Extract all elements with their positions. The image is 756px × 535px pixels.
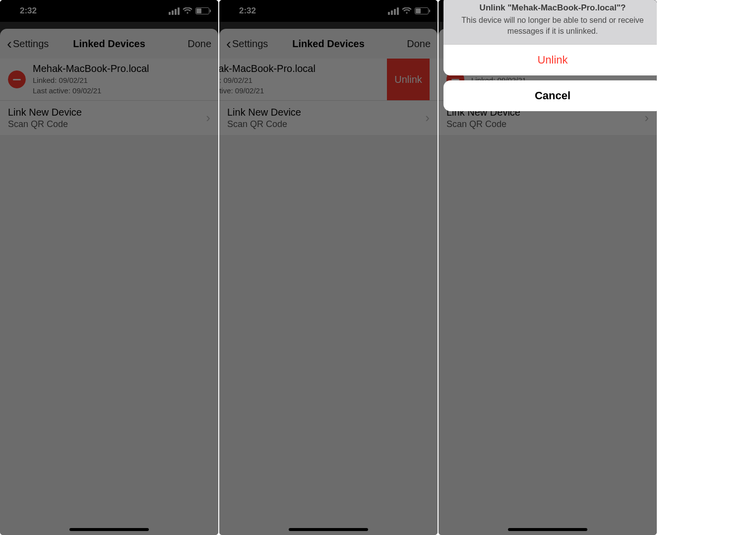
device-last-active: t active: 09/02/21: [219, 86, 387, 96]
nav-bar: ‹ Settings Linked Devices Done: [0, 29, 218, 59]
link-new-device-row[interactable]: Link New Device Scan QR Code ›: [219, 100, 438, 135]
action-sheet-subtitle: This device will no longer be able to se…: [452, 15, 653, 36]
cancel-button[interactable]: Cancel: [443, 80, 657, 111]
done-button[interactable]: Done: [407, 38, 431, 50]
minus-icon: [13, 79, 21, 80]
link-new-title: Link New Device: [8, 107, 82, 118]
link-new-subtitle: Scan QR Code: [8, 119, 82, 130]
phone-screen-3: 2:33 ‹ Settings Linked Devices Done: [439, 0, 657, 535]
device-info: ehak-MacBook-Pro.local ked: 09/02/21 t a…: [219, 63, 387, 96]
nav-bar: ‹ Settings Linked Devices Done: [219, 29, 438, 59]
linked-device-row[interactable]: ehak-MacBook-Pro.local ked: 09/02/21 t a…: [219, 59, 438, 100]
action-sheet-header: Unlink "Mehak-MacBook-Pro.local"? This d…: [443, 0, 657, 44]
link-new-title: Link New Device: [227, 107, 301, 118]
phone-screen-1: 2:32 ‹ Settings Linked Devices Done: [0, 0, 218, 535]
link-new-device-row[interactable]: Link New Device Scan QR Code ›: [0, 100, 218, 135]
unlink-confirm-button[interactable]: Unlink: [443, 44, 657, 75]
home-indicator[interactable]: [69, 528, 149, 531]
home-indicator[interactable]: [508, 528, 587, 531]
wifi-icon: [183, 7, 192, 14]
chevron-left-icon: ‹: [226, 36, 231, 51]
status-bar: 2:32: [0, 0, 218, 22]
battery-icon: [415, 7, 429, 14]
unlink-swipe-button[interactable]: Unlink: [387, 59, 430, 100]
linked-device-row[interactable]: Mehak-MacBook-Pro.local Linked: 09/02/21…: [0, 59, 218, 100]
action-sheet-card: Unlink "Mehak-MacBook-Pro.local"? This d…: [443, 0, 657, 75]
link-new-subtitle: Scan QR Code: [227, 119, 301, 130]
device-name: Mehak-MacBook-Pro.local: [33, 63, 210, 74]
device-info: Mehak-MacBook-Pro.local Linked: 09/02/21…: [33, 63, 210, 96]
phone-screen-2: 2:32 ‹ Settings Linked Devices Done ehak…: [219, 0, 438, 535]
device-name: ehak-MacBook-Pro.local: [219, 63, 387, 74]
chevron-right-icon: ›: [644, 110, 649, 126]
home-indicator[interactable]: [289, 528, 368, 531]
chevron-right-icon: ›: [425, 110, 430, 126]
device-linked-date: ked: 09/02/21: [219, 75, 387, 85]
delete-device-button[interactable]: [8, 70, 26, 88]
device-last-active: Last active: 09/02/21: [33, 86, 210, 96]
battery-icon: [195, 7, 209, 14]
content-area: Mehak-MacBook-Pro.local Linked: 09/02/21…: [0, 59, 218, 535]
chevron-left-icon: ‹: [7, 36, 12, 51]
action-sheet-title: Unlink "Mehak-MacBook-Pro.local"?: [452, 3, 653, 13]
status-bar: 2:32: [219, 0, 438, 22]
cellular-signal-icon: [388, 7, 399, 15]
status-right: [388, 7, 429, 15]
wifi-icon: [402, 7, 412, 14]
done-button[interactable]: Done: [188, 38, 211, 50]
back-button[interactable]: ‹ Settings: [226, 36, 268, 51]
back-label: Settings: [232, 38, 268, 50]
cellular-signal-icon: [169, 7, 180, 15]
action-sheet: Unlink "Mehak-MacBook-Pro.local"? This d…: [443, 0, 657, 111]
content-area: Mehak-MacBook-Pro.local Linked: 09/02/21…: [439, 59, 657, 535]
status-right: [169, 7, 209, 15]
back-label: Settings: [13, 38, 49, 50]
triptych-container: 2:32 ‹ Settings Linked Devices Done: [0, 0, 756, 535]
content-area: ehak-MacBook-Pro.local ked: 09/02/21 t a…: [219, 59, 438, 535]
link-new-subtitle: Scan QR Code: [446, 119, 520, 130]
device-linked-date: Linked: 09/02/21: [33, 75, 210, 85]
status-time: 2:32: [20, 6, 37, 16]
status-time: 2:32: [239, 6, 256, 16]
chevron-right-icon: ›: [206, 110, 210, 126]
back-button[interactable]: ‹ Settings: [7, 36, 49, 51]
